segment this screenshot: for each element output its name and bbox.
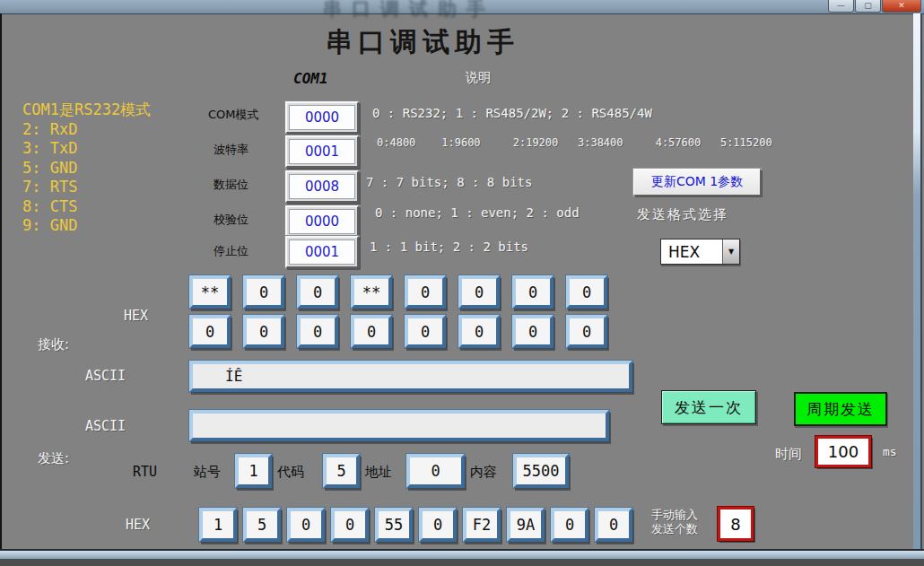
rx-hex-byte[interactable]: ** <box>351 275 392 309</box>
pin-info-line: 8: CTS <box>22 197 151 217</box>
param-desc-baud-rate: 0:4800 1:9600 2:19200 3:38400 4:57600 5:… <box>377 136 772 149</box>
receive-ascii-input[interactable]: ÍÊ <box>189 361 632 392</box>
time-unit-label: ms <box>883 445 897 458</box>
pin-info-line: COM1是RS232模式 <box>22 100 151 120</box>
tx-hex-byte[interactable]: 0 <box>595 508 632 542</box>
rtu-address-input[interactable]: 0 <box>406 454 465 488</box>
chevron-down-icon[interactable]: ▼ <box>722 239 739 264</box>
rtu-code-input[interactable]: 5 <box>323 454 360 488</box>
tx-hex-byte[interactable]: F2 <box>463 508 501 542</box>
tx-hex-byte[interactable]: 1 <box>199 508 237 542</box>
rx-hex-byte[interactable]: 0 <box>405 275 446 309</box>
window-titlebar: 串口调试助手 — ▢ ✕ <box>0 0 924 14</box>
rx-hex-byte[interactable]: 0 <box>405 315 446 348</box>
send-format-select[interactable]: HEX ▼ <box>660 239 740 265</box>
maximize-button[interactable]: ▢ <box>855 0 881 13</box>
rx-hex-byte[interactable]: 0 <box>189 315 231 348</box>
param-label-baud-rate: 波特率 <box>214 142 248 158</box>
pin-info-line: 2: RxD <box>22 120 151 140</box>
rx-hex-byte[interactable]: 0 <box>458 275 500 309</box>
time-input[interactable]: 100 <box>815 436 871 467</box>
param-input-data-bits[interactable]: 0008 <box>285 170 359 203</box>
send-ascii-input[interactable] <box>189 410 609 441</box>
rx-hex-byte[interactable]: ** <box>189 275 231 309</box>
periodic-send-button[interactable]: 周期发送 <box>794 392 887 426</box>
rx-hex-byte[interactable]: 0 <box>512 315 554 348</box>
rtu-code-label: 代码 <box>277 464 304 481</box>
send-hex-label: HEX <box>126 517 150 533</box>
param-input-baud-rate[interactable]: 0001 <box>285 135 359 168</box>
update-com-params-button[interactable]: 更新COM 1参数 <box>633 169 761 196</box>
rtu-address-label: 地址 <box>365 464 392 481</box>
send-ascii-label: ASCII <box>85 418 126 434</box>
rx-hex-byte[interactable]: 0 <box>351 315 392 348</box>
param-desc-data-bits: 7 : 7 bits; 8 : 8 bits <box>366 175 532 189</box>
manual-count-label: 手动输入 发送个数 <box>651 508 698 536</box>
desktop-background <box>0 559 924 566</box>
rtu-content-input[interactable]: 5500 <box>513 454 569 488</box>
param-input-parity[interactable]: 0000 <box>285 205 359 238</box>
rtu-label: RTU <box>133 464 157 480</box>
minimize-button[interactable]: — <box>828 0 854 13</box>
rtu-station-input[interactable]: 1 <box>235 454 272 488</box>
com-port-label: COM1 <box>293 70 328 87</box>
pin-info-line: 9: GND <box>22 216 151 236</box>
manual-count-input[interactable]: 8 <box>718 507 754 541</box>
pin-info: COM1是RS232模式 2: RxD 3: TxD 5: GND 7: RTS… <box>22 100 151 236</box>
send-format-value: HEX <box>661 239 722 264</box>
tx-hex-byte[interactable]: 9A <box>507 508 545 542</box>
app-window: 串口调试助手 — ▢ ✕ 串口调试助手 COM1 说明 COM1是RS232模式… <box>0 0 924 566</box>
rx-hex-byte[interactable]: 0 <box>566 315 607 348</box>
window-border-bottom <box>0 551 924 559</box>
maximize-icon: ▢ <box>864 0 872 12</box>
pin-info-line: 5: GND <box>22 159 151 179</box>
time-label: 时间 <box>775 446 802 463</box>
send-format-label: 发送格式选择 <box>637 206 728 223</box>
param-input-stop-bits[interactable]: 0001 <box>285 236 359 268</box>
pin-info-line: 7: RTS <box>22 178 151 197</box>
tx-hex-byte[interactable]: 5 <box>243 508 281 542</box>
param-input-com-mode[interactable]: 0000 <box>285 101 359 134</box>
tx-hex-byte[interactable]: 0 <box>419 508 457 542</box>
param-label-stop-bits: 停止位 <box>214 243 248 259</box>
param-label-com-mode: COM模式 <box>208 107 259 123</box>
rx-hex-byte[interactable]: 0 <box>297 315 338 348</box>
window-border-right <box>913 13 922 552</box>
rtu-content-label: 内容 <box>470 464 497 481</box>
rx-hex-byte[interactable]: 0 <box>297 275 338 309</box>
param-desc-stop-bits: 1 : 1 bit; 2 : 2 bits <box>370 239 528 254</box>
param-label-data-bits: 数据位 <box>214 177 248 193</box>
minimize-icon: — <box>837 0 845 12</box>
rx-hex-byte[interactable]: 0 <box>243 315 284 348</box>
receive-section-label: 接收: <box>38 336 69 353</box>
tx-hex-byte[interactable]: 0 <box>551 508 588 542</box>
rx-hex-byte[interactable]: 0 <box>512 275 554 309</box>
description-header: 说明 <box>466 70 491 86</box>
close-button[interactable]: ✕ <box>882 0 921 13</box>
tx-hex-byte[interactable]: 0 <box>287 508 325 542</box>
page-title: 串口调试助手 <box>326 24 519 61</box>
param-label-parity: 校验位 <box>214 212 248 228</box>
param-desc-parity: 0 : none; 1 : even; 2 : odd <box>375 205 580 220</box>
rx-hex-byte[interactable]: 0 <box>566 275 607 309</box>
receive-ascii-label: ASCII <box>85 368 126 384</box>
close-icon: ✕ <box>898 0 905 12</box>
tx-hex-byte[interactable]: 55 <box>375 508 413 542</box>
receive-hex-label: HEX <box>124 308 148 324</box>
send-once-button[interactable]: 发送一次 <box>661 390 756 424</box>
send-section-label: 发送: <box>38 450 69 467</box>
pin-info-line: 3: TxD <box>22 139 151 159</box>
tx-hex-byte[interactable]: 0 <box>331 508 369 542</box>
window-border-left <box>0 13 2 551</box>
rx-hex-byte[interactable]: 0 <box>458 315 500 348</box>
rtu-station-label: 站号 <box>194 464 221 481</box>
param-desc-com-mode: 0 : RS232; 1 : RS485/2W; 2 : RS485/4W <box>372 106 652 120</box>
window-title: 串口调试助手 <box>323 0 495 22</box>
rx-hex-byte[interactable]: 0 <box>243 275 284 309</box>
